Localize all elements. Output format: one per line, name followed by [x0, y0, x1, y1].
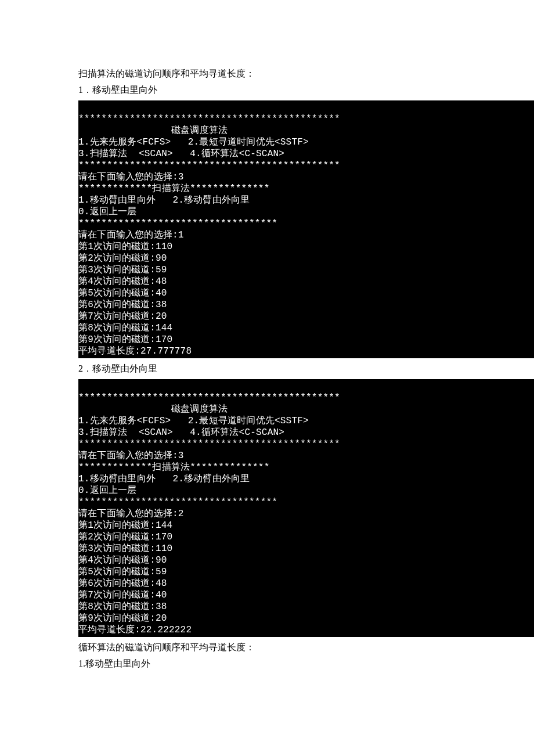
scan-menu-2: 0.返回上一层 — [78, 207, 137, 217]
track-line: 第3次访问的磁道:110 — [78, 543, 172, 554]
track-line: 第8次访问的磁道:144 — [78, 323, 172, 333]
menu-line-2: 3.扫描算法 <SCAN> 4.循环算法<C-SCAN> — [78, 149, 284, 159]
terminal-title: 磁盘调度算法 — [78, 404, 228, 415]
stars-line: *********************************** — [78, 218, 277, 229]
terminal-2: ****************************************… — [78, 379, 534, 637]
section2-sub: 2．移动壁由外向里 — [78, 362, 456, 376]
scan-menu-1: 1.移动臂由里向外 2.移动臂由外向里 — [78, 474, 250, 484]
track-line: 第5次访问的磁道:40 — [78, 288, 167, 298]
track-line: 第8次访问的磁道:38 — [78, 602, 167, 612]
section3-sub: 1.移动壁由里向外 — [78, 657, 456, 671]
terminal-1: ****************************************… — [78, 100, 534, 358]
scan-header: *************扫描算法************** — [78, 183, 269, 194]
section1-heading: 扫描算法的磁道访问顺序和平均寻道长度： — [78, 67, 456, 81]
menu-line-1: 1.先来先服务<FCFS> 2.最短寻道时间优先<SSTF> — [78, 416, 309, 426]
track-line: 第7次访问的磁道:40 — [78, 590, 167, 600]
track-line: 第6次访问的磁道:48 — [78, 578, 167, 589]
menu-line-2: 3.扫描算法 <SCAN> 4.循环算法<C-SCAN> — [78, 427, 284, 438]
stars-line: *********************************** — [78, 497, 277, 507]
scan-header: *************扫描算法************** — [78, 462, 269, 473]
section1-sub: 1．移动壁由里向外 — [78, 83, 456, 97]
track-line: 第1次访问的磁道:144 — [78, 520, 172, 531]
track-line: 第2次访问的磁道:170 — [78, 532, 172, 542]
track-line: 第9次访问的磁道:20 — [78, 613, 167, 624]
avg-line: 平均寻道长度:22.222222 — [78, 625, 192, 635]
menu-line-1: 1.先来先服务<FCFS> 2.最短寻道时间优先<SSTF> — [78, 137, 309, 147]
section3-heading: 循环算法的磁道访问顺序和平均寻道长度： — [78, 640, 456, 654]
track-line: 第3次访问的磁道:59 — [78, 265, 167, 275]
track-line: 第6次访问的磁道:38 — [78, 300, 167, 310]
track-line: 第9次访问的磁道:170 — [78, 334, 172, 345]
stars-line: ****************************************… — [78, 160, 340, 171]
track-line: 第7次访问的磁道:20 — [78, 311, 167, 322]
terminal-title: 磁盘调度算法 — [78, 125, 228, 136]
track-line: 第4次访问的磁道:48 — [78, 276, 167, 287]
prompt-line: 请在下面输入您的选择:1 — [78, 230, 184, 240]
track-line: 第4次访问的磁道:90 — [78, 555, 167, 566]
track-line: 第1次访问的磁道:110 — [78, 242, 172, 252]
prompt-line: 请在下面输入您的选择:2 — [78, 509, 184, 519]
scan-menu-2: 0.返回上一层 — [78, 485, 137, 496]
stars-line: ****************************************… — [78, 114, 340, 124]
track-line: 第2次访问的磁道:90 — [78, 253, 167, 264]
avg-line: 平均寻道长度:27.777778 — [78, 346, 192, 357]
scan-menu-1: 1.移动臂由里向外 2.移动臂由外向里 — [78, 195, 250, 206]
track-line: 第5次访问的磁道:59 — [78, 567, 167, 577]
stars-line: ****************************************… — [78, 439, 340, 449]
prompt-line: 请在下面输入您的选择:3 — [78, 451, 184, 461]
stars-line: ****************************************… — [78, 393, 340, 403]
prompt-line: 请在下面输入您的选择:3 — [78, 172, 184, 182]
